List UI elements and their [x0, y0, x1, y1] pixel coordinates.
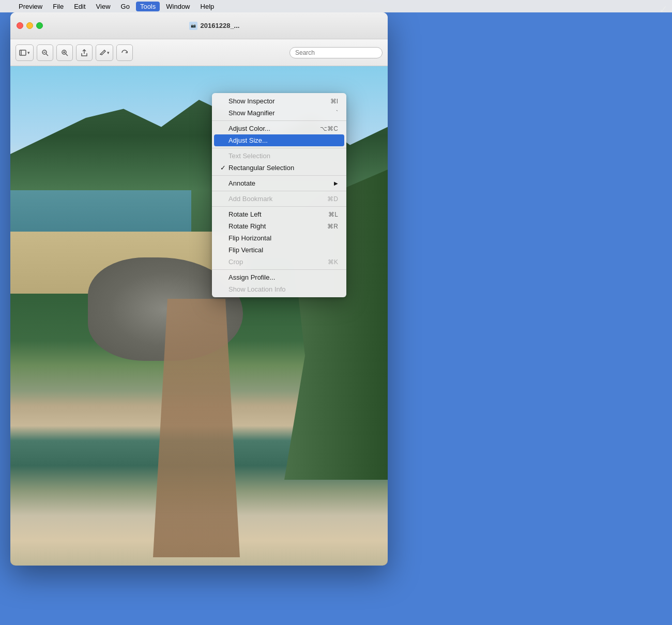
- menu-item-adjust-color[interactable]: Adjust Color... ⌥⌘C: [212, 123, 346, 134]
- menu-item-rectangular-selection[interactable]: ✓ Rectangular Selection: [212, 162, 346, 174]
- menu-sep-1: [212, 120, 346, 121]
- shortcut-rotate-right: ⌘R: [327, 223, 338, 230]
- svg-line-6: [66, 54, 68, 56]
- zoom-out-button[interactable]: [37, 44, 53, 61]
- menubar-tools[interactable]: Tools: [136, 2, 160, 11]
- menu-label-annotate: Annotate: [228, 179, 334, 187]
- svg-rect-0: [20, 50, 26, 55]
- sidebar-toggle-button[interactable]: ▾: [16, 44, 34, 61]
- menubar-edit[interactable]: Edit: [70, 2, 89, 11]
- menu-label-adjust-color: Adjust Color...: [228, 125, 320, 132]
- menubar-help[interactable]: Help: [196, 2, 219, 11]
- menu-label-rectangular-selection: Rectangular Selection: [228, 164, 338, 172]
- markup-button[interactable]: ▾: [96, 44, 113, 61]
- menu-item-show-location-info[interactable]: Show Location Info: [212, 283, 346, 295]
- shortcut-show-magnifier: `: [336, 110, 338, 117]
- menubar: Preview File Edit View Go Tools Window H…: [0, 0, 672, 12]
- maximize-button[interactable]: [36, 22, 43, 29]
- checkmark-rectangular-selection: ✓: [220, 164, 228, 172]
- menu-item-annotate[interactable]: Annotate ▶: [212, 177, 346, 189]
- menu-item-assign-profile[interactable]: Assign Profile...: [212, 271, 346, 283]
- menu-item-add-bookmark[interactable]: Add Bookmark ⌘D: [212, 193, 346, 205]
- menu-label-show-inspector: Show Inspector: [228, 97, 330, 105]
- shortcut-add-bookmark: ⌘D: [327, 195, 338, 203]
- submenu-arrow-annotate: ▶: [334, 180, 338, 186]
- shortcut-show-inspector: ⌘I: [330, 98, 338, 105]
- menu-item-crop[interactable]: Crop ⌘K: [212, 256, 346, 268]
- menu-label-assign-profile: Assign Profile...: [228, 273, 338, 281]
- title-bar-center: 📷 20161228_...: [47, 22, 381, 30]
- menu-item-show-magnifier[interactable]: Show Magnifier `: [212, 107, 346, 119]
- menu-label-adjust-size: Adjust Size...: [228, 136, 338, 144]
- minimize-button[interactable]: [26, 22, 33, 29]
- window-title: 20161228_...: [201, 22, 240, 29]
- menu-sep-5: [212, 206, 346, 207]
- menu-label-show-magnifier: Show Magnifier: [228, 109, 336, 117]
- menubar-go[interactable]: Go: [117, 2, 134, 11]
- menu-label-rotate-left: Rotate Left: [228, 210, 328, 218]
- tools-menu-dropdown: Show Inspector ⌘I Show Magnifier ` Adjus…: [212, 93, 346, 297]
- shortcut-crop: ⌘K: [328, 258, 338, 266]
- rotate-button[interactable]: [116, 44, 133, 61]
- menu-sep-4: [212, 191, 346, 191]
- menu-sep-6: [212, 269, 346, 270]
- traffic-lights: [17, 22, 43, 29]
- image-area: Show Inspector ⌘I Show Magnifier ` Adjus…: [10, 66, 388, 566]
- search-input[interactable]: [289, 47, 383, 58]
- share-button[interactable]: [76, 44, 93, 61]
- menu-label-add-bookmark: Add Bookmark: [228, 195, 327, 203]
- svg-line-3: [46, 54, 48, 56]
- shortcut-rotate-left: ⌘L: [328, 211, 338, 218]
- menu-item-flip-vertical[interactable]: Flip Vertical: [212, 244, 346, 256]
- menu-label-flip-vertical: Flip Vertical: [228, 246, 338, 254]
- menu-item-adjust-size[interactable]: Adjust Size...: [214, 134, 344, 146]
- title-bar: 📷 20161228_...: [10, 12, 388, 39]
- menu-item-text-selection[interactable]: Text Selection: [212, 150, 346, 162]
- zoom-in-button[interactable]: [56, 44, 73, 61]
- shortcut-adjust-color: ⌥⌘C: [320, 125, 338, 132]
- close-button[interactable]: [17, 22, 23, 29]
- menu-item-rotate-right[interactable]: Rotate Right ⌘R: [212, 220, 346, 232]
- menu-label-rotate-right: Rotate Right: [228, 222, 327, 230]
- menu-label-flip-horizontal: Flip Horizontal: [228, 234, 338, 242]
- menubar-view[interactable]: View: [92, 2, 115, 11]
- menu-sep-3: [212, 175, 346, 176]
- menu-sep-2: [212, 148, 346, 148]
- menu-item-flip-horizontal[interactable]: Flip Horizontal: [212, 232, 346, 244]
- menubar-window[interactable]: Window: [162, 2, 194, 11]
- menubar-file[interactable]: File: [49, 2, 68, 11]
- app-window: 📷 20161228_... ▾: [10, 12, 388, 566]
- menu-item-show-inspector[interactable]: Show Inspector ⌘I: [212, 95, 346, 107]
- menu-label-show-location-info: Show Location Info: [228, 285, 338, 293]
- menu-item-rotate-left[interactable]: Rotate Left ⌘L: [212, 208, 346, 220]
- menu-label-text-selection: Text Selection: [228, 152, 338, 160]
- toolbar: ▾: [10, 39, 388, 66]
- menubar-preview[interactable]: Preview: [14, 2, 47, 11]
- file-icon: 📷: [189, 22, 197, 30]
- menu-label-crop: Crop: [228, 258, 328, 266]
